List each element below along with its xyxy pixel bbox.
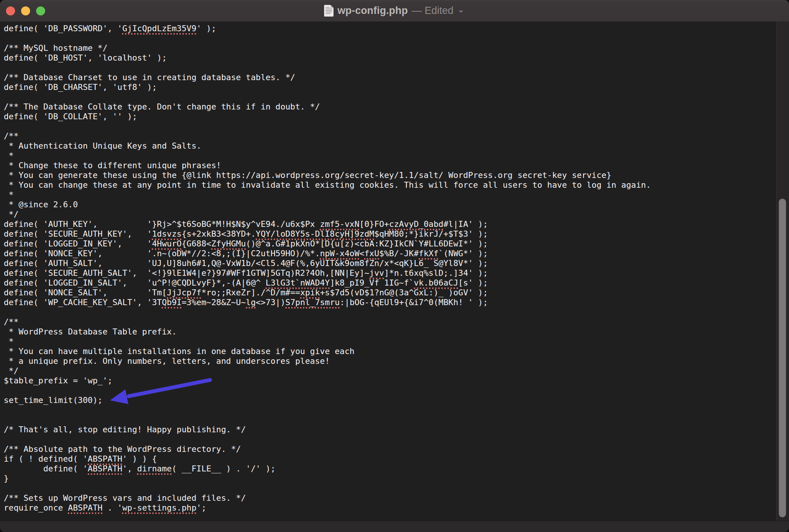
window-controls (6, 0, 45, 21)
code-line: $table_prefix = 'wp_'; (4, 376, 777, 386)
code-line: * WordPress Database Table prefix. (4, 327, 777, 337)
code-line: define( 'LOGGED_IN_SALT', 'u^P!@CQDLvyF}… (4, 278, 777, 288)
spellcheck-underlined-text: 1dsvzs (152, 229, 182, 239)
spellcheck-underlined-text: L3lG3t`nWAD4Y (266, 278, 330, 287)
code-line: * You can generate these using the {@lin… (4, 170, 777, 180)
spellcheck-underlined-text: wp-settings.php (122, 503, 196, 512)
close-button[interactable] (6, 6, 15, 15)
code-line: /* That's all, stop editing! Happy publi… (4, 425, 777, 435)
document-icon (324, 5, 334, 17)
spellcheck-underlined-text: ABSPATH (88, 454, 122, 464)
code-line: define( 'AUTH_KEY', '}Rj>^$t6SoBG*M!H$N$… (4, 219, 777, 229)
code-line: define( 'SECURE_AUTH_SALT', '<!}9lE1W4|e… (4, 268, 777, 278)
window-title: wp-config.php — Edited ⌄ (324, 5, 465, 17)
code-line (4, 92, 777, 102)
code-line: * Change these to different unique phras… (4, 161, 777, 170)
code-line: define( 'WP_CACHE_KEY_SALT', '3TQb9I=3%e… (4, 298, 777, 307)
zoom-button[interactable] (36, 6, 45, 15)
document-title: wp-config.php (337, 5, 408, 17)
spellcheck-underlined-text: ABSPATH (88, 464, 122, 473)
code-line: /** The Database Collate type. Don't cha… (4, 102, 777, 112)
spellcheck-underlined-text: zmf5-vxN (320, 219, 359, 229)
code-line (4, 415, 777, 425)
spellcheck-underlined-text: jvv (369, 268, 384, 278)
spellcheck-underlined-text: GjIcQpdLzEm35V9 (122, 24, 196, 33)
code-line: * Authentication Unique Keys and Salts. (4, 141, 777, 151)
title-chevron-down-icon[interactable]: ⌄ (457, 6, 465, 13)
spellcheck-underlined-text: xpik (300, 288, 320, 297)
code-line: define( 'ABSPATH', dirname( __FILE__ ) .… (4, 464, 777, 474)
code-line: */ (4, 366, 777, 376)
spellcheck-underlined-text: czAvyD_0abd (389, 219, 443, 229)
spellcheck-underlined-text: S7pnl_7smru (285, 298, 340, 307)
spellcheck-underlined-text: lg (246, 298, 256, 307)
document-status: — Edited (411, 5, 453, 17)
code-text-area[interactable]: define( 'DB_PASSWORD', 'GjIcQpdLzEm35V9'… (0, 21, 777, 521)
code-line: define( 'AUTH_SALT', 'UJ,U]8uh6#1,Q@-VxW… (4, 258, 777, 268)
vertical-scrollbar-track[interactable] (776, 21, 789, 521)
code-line: /** MySQL hostname */ (4, 43, 777, 53)
code-line: define( 'DB_PASSWORD', 'GjIcQpdLzEm35V9'… (4, 24, 777, 33)
spellcheck-underlined-text: ZfyHGMu (211, 239, 246, 248)
code-line: * You can have multiple installations in… (4, 347, 777, 356)
code-line: /** (4, 131, 777, 141)
code-line: /** Absolute path to the WordPress direc… (4, 444, 777, 454)
code-line: define( 'DB_COLLATE', '' ); (4, 112, 777, 122)
code-line: define( 'SECURE_AUTH_KEY', '1dsvzs{s+2xk… (4, 229, 777, 239)
spellcheck-underlined-text: YQY/loD8Y5s-DlI8cyH]9zdM (256, 229, 374, 239)
code-line: define( 'DB_HOST', 'localhost' ); (4, 53, 777, 63)
window-bottom-bar (0, 521, 789, 532)
spellcheck-underlined-text: ABSPATH (68, 503, 103, 512)
code-line: require_once ABSPATH . 'wp-settings.php'… (4, 503, 777, 513)
code-line: /** (4, 317, 777, 327)
spellcheck-underlined-text: 4HwurO (152, 239, 182, 248)
code-line: define( 'NONCE_KEY', '.n~(oDW*//2:<8,;(I… (4, 249, 777, 258)
code-line: * (4, 151, 777, 161)
code-line: */ (4, 210, 777, 219)
spellcheck-underlined-text: fxU (364, 249, 379, 258)
code-line (4, 435, 777, 444)
code-line (4, 405, 777, 415)
code-line (4, 483, 777, 493)
code-line: define( 'LOGGED_IN_KEY', '4HwurO{G688<Zf… (4, 239, 777, 249)
code-line: if ( ! defined( 'ABSPATH' ) ) { (4, 454, 777, 464)
code-line (4, 386, 777, 395)
spellcheck-underlined-text: npW-x4oW (320, 249, 359, 258)
minimize-button[interactable] (21, 6, 30, 15)
code-line: * (4, 337, 777, 347)
code-line: /** Database Charset to use in creating … (4, 73, 777, 82)
code-line: } (4, 474, 777, 483)
code-line: * (4, 190, 777, 200)
code-line (4, 122, 777, 131)
spellcheck-underlined-text: Qb9I (162, 298, 182, 307)
spellcheck-underlined-text: JjJcp7f (167, 288, 201, 297)
text-editor-window: wp-config.php — Edited ⌄ define( 'DB_PAS… (0, 0, 789, 532)
code-line (4, 307, 777, 317)
spellcheck-underlined-text: fkXf (419, 249, 439, 258)
vertical-scrollbar-thumb[interactable] (779, 199, 786, 517)
code-line (4, 33, 777, 43)
code-line: define( 'DB_CHARSET', 'utf8' ); (4, 82, 777, 92)
code-line: * @since 2.6.0 (4, 200, 777, 210)
code-line: /** Sets up WordPress vars and included … (4, 493, 777, 503)
title-bar: wp-config.php — Edited ⌄ (0, 0, 789, 22)
code-line: set_time_limit(300); (4, 395, 777, 405)
code-line: * You can change these at any point in t… (4, 180, 777, 190)
code-line: * a unique prefix. Only numbers, letters… (4, 356, 777, 366)
spellcheck-underlined-text: vk.b06aCJ (414, 278, 458, 287)
code-line: define( 'NONCE_SALT', 'Tm[JjJcp7f*ro;;Rx… (4, 288, 777, 298)
spellcheck-underlined-text: dirname (137, 464, 172, 473)
code-line (4, 63, 777, 73)
